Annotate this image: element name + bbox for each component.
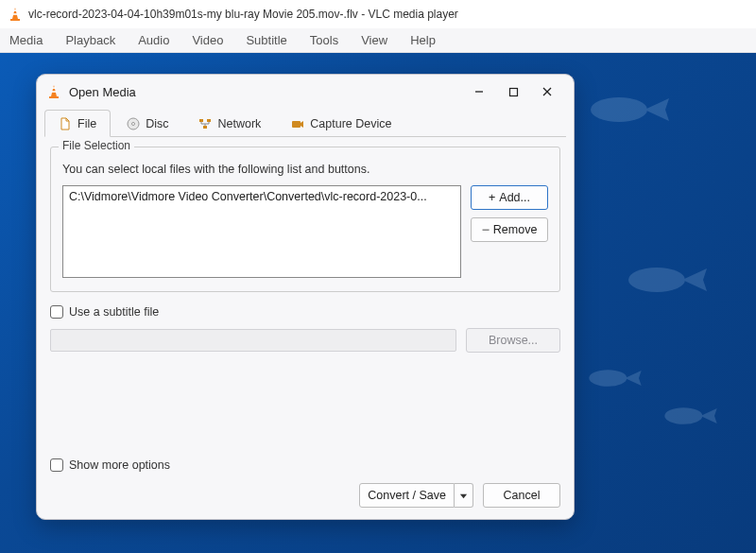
browse-label: Browse... xyxy=(489,334,538,347)
subtitle-checkbox-row[interactable]: Use a subtitle file xyxy=(50,305,560,319)
svg-marker-26 xyxy=(301,121,303,128)
convert-save-label: Convert / Save xyxy=(368,489,446,502)
tab-disc[interactable]: Disc xyxy=(112,110,182,137)
cancel-button[interactable]: Cancel xyxy=(483,483,560,508)
tab-file-label: File xyxy=(77,117,96,130)
file-selection-fieldset: File Selection You can select local file… xyxy=(50,147,560,292)
convert-save-dropdown[interactable] xyxy=(455,483,473,508)
svg-rect-24 xyxy=(203,126,207,129)
menu-playback[interactable]: Playback xyxy=(65,33,115,47)
tab-disc-label: Disc xyxy=(146,117,168,130)
add-button-label: Add... xyxy=(499,191,530,204)
convert-save-split-button[interactable]: Convert / Save xyxy=(359,483,473,508)
svg-rect-2 xyxy=(12,13,17,15)
file-selection-legend: File Selection xyxy=(59,139,134,152)
tab-file[interactable]: File xyxy=(44,110,111,137)
capture-icon xyxy=(291,117,304,130)
file-list[interactable]: C:\Vidmore\Vidmore Video Converter\Conve… xyxy=(62,185,461,278)
svg-rect-1 xyxy=(13,9,17,11)
svg-marker-5 xyxy=(644,98,669,121)
vlc-cone-icon xyxy=(8,7,23,22)
tab-bar: File Disc Network Capture Device xyxy=(44,109,566,137)
add-button[interactable]: + Add... xyxy=(471,185,548,210)
tab-network-label: Network xyxy=(217,117,261,130)
show-more-checkbox[interactable] xyxy=(50,458,63,472)
disc-icon xyxy=(127,117,140,130)
menubar: Media Playback Audio Video Subtitle Tool… xyxy=(0,28,756,53)
svg-marker-27 xyxy=(460,493,467,498)
file-icon xyxy=(59,117,72,130)
svg-point-10 xyxy=(664,407,702,423)
menu-view[interactable]: View xyxy=(361,33,387,47)
menu-media[interactable]: Media xyxy=(9,33,43,47)
network-icon xyxy=(198,117,212,130)
svg-rect-13 xyxy=(52,87,56,89)
menu-subtitle[interactable]: Subtitle xyxy=(246,33,286,47)
app-titlebar: vlc-record-2023-04-04-10h39m01s-my blu-r… xyxy=(0,0,756,28)
svg-point-8 xyxy=(589,370,627,386)
svg-rect-3 xyxy=(10,19,20,21)
menu-help[interactable]: Help xyxy=(410,33,436,47)
browse-subtitle-button: Browse... xyxy=(466,328,560,353)
file-selection-hint: You can select local files with the foll… xyxy=(62,163,548,176)
dialog-footer: Show more options Convert / Save Cancel xyxy=(37,451,574,519)
tab-network[interactable]: Network xyxy=(184,110,275,137)
svg-point-21 xyxy=(132,123,135,126)
plus-icon: + xyxy=(489,191,495,204)
svg-marker-0 xyxy=(12,8,18,19)
maximize-button[interactable] xyxy=(496,78,530,105)
menu-tools[interactable]: Tools xyxy=(310,33,338,47)
open-media-dialog: Open Media File Disc Network Capture Dev… xyxy=(36,74,575,520)
tab-capture-label: Capture Device xyxy=(310,117,391,130)
svg-marker-9 xyxy=(625,371,641,386)
dialog-title: Open Media xyxy=(69,85,462,99)
svg-marker-11 xyxy=(700,408,716,423)
svg-point-4 xyxy=(591,97,647,122)
menu-video[interactable]: Video xyxy=(192,33,223,47)
dialog-content: File Selection You can select local file… xyxy=(37,137,574,451)
show-more-label: Show more options xyxy=(69,458,170,472)
dialog-titlebar[interactable]: Open Media xyxy=(37,75,574,109)
svg-rect-14 xyxy=(51,91,56,93)
subtitle-path-input xyxy=(50,329,456,352)
app-title: vlc-record-2023-04-04-10h39m01s-my blu-r… xyxy=(28,8,458,21)
vlc-cone-icon xyxy=(46,84,61,99)
tab-capture[interactable]: Capture Device xyxy=(277,110,405,137)
svg-rect-25 xyxy=(292,121,301,128)
svg-rect-17 xyxy=(509,88,517,95)
minimize-button[interactable] xyxy=(462,78,496,105)
convert-save-button[interactable]: Convert / Save xyxy=(359,483,455,508)
cancel-label: Cancel xyxy=(504,489,541,502)
svg-rect-22 xyxy=(199,119,203,122)
subtitle-checkbox-label: Use a subtitle file xyxy=(69,305,159,319)
svg-marker-12 xyxy=(51,85,57,96)
minus-icon: − xyxy=(482,223,490,236)
chevron-down-icon xyxy=(459,492,468,500)
remove-button[interactable]: − Remove xyxy=(471,217,548,242)
subtitle-checkbox[interactable] xyxy=(50,305,63,319)
close-button[interactable] xyxy=(530,78,564,105)
svg-rect-15 xyxy=(49,96,59,98)
svg-point-6 xyxy=(628,268,685,292)
show-more-row[interactable]: Show more options xyxy=(50,458,560,472)
svg-rect-23 xyxy=(207,119,211,122)
menu-audio[interactable]: Audio xyxy=(138,33,169,47)
remove-button-label: Remove xyxy=(493,223,538,236)
svg-marker-7 xyxy=(682,268,707,291)
file-list-item[interactable]: C:\Vidmore\Vidmore Video Converter\Conve… xyxy=(69,190,455,203)
